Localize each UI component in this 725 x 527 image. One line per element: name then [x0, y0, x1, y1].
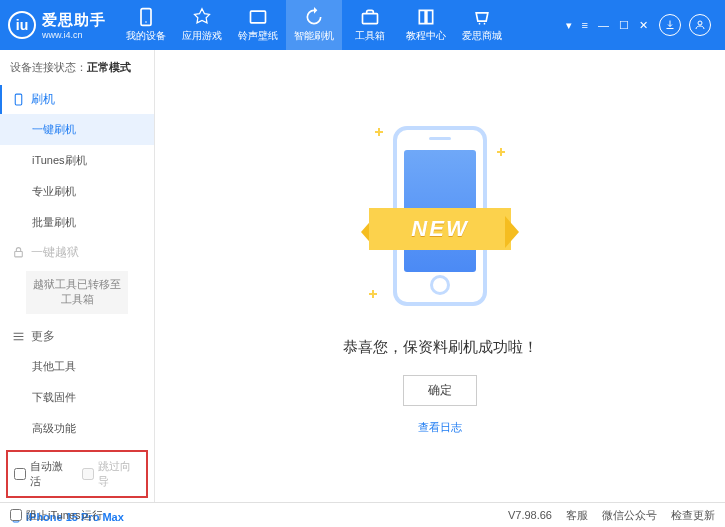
- nav-smart-flash[interactable]: 智能刷机: [286, 0, 342, 50]
- svg-rect-2: [251, 11, 266, 23]
- sidebar-item-batch[interactable]: 批量刷机: [0, 207, 154, 238]
- success-message: 恭喜您，保资料刷机成功啦！: [343, 338, 538, 357]
- dropdown-icon[interactable]: ▾: [563, 19, 575, 32]
- checkbox-auto-activate[interactable]: 自动激活: [14, 459, 72, 489]
- flash-icon: [12, 93, 25, 106]
- app-logo: iu 爱思助手 www.i4.cn: [8, 11, 106, 40]
- svg-point-6: [698, 21, 702, 25]
- checkbox-skip-guide: 跳过向导: [82, 459, 140, 489]
- options-highlight-box: 自动激活 跳过向导: [6, 450, 148, 498]
- sidebar-item-download[interactable]: 下载固件: [0, 382, 154, 413]
- refresh-icon: [304, 7, 324, 27]
- view-log-link[interactable]: 查看日志: [418, 420, 462, 435]
- nav-apps-games[interactable]: 应用游戏: [174, 0, 230, 50]
- menu-icon[interactable]: ≡: [579, 19, 591, 32]
- svg-rect-8: [15, 251, 23, 256]
- sidebar-item-other[interactable]: 其他工具: [0, 351, 154, 382]
- maximize-icon[interactable]: ☐: [616, 19, 632, 32]
- book-icon: [416, 7, 436, 27]
- minimize-icon[interactable]: —: [595, 19, 612, 32]
- more-icon: [12, 330, 25, 343]
- toolbox-icon: [360, 7, 380, 27]
- footer-update[interactable]: 检查更新: [671, 508, 715, 523]
- sidebar-item-itunes[interactable]: iTunes刷机: [0, 145, 154, 176]
- app-title: 爱思助手: [42, 11, 106, 30]
- logo-icon: iu: [8, 11, 36, 39]
- svg-point-1: [145, 21, 147, 23]
- nav-ring-wallpaper[interactable]: 铃声壁纸: [230, 0, 286, 50]
- user-icon: [694, 19, 706, 31]
- svg-point-5: [484, 23, 486, 25]
- download-icon: [664, 19, 676, 31]
- nav-my-device[interactable]: 我的设备: [118, 0, 174, 50]
- lock-icon: [12, 246, 25, 259]
- checkbox-block-itunes[interactable]: 阻止iTunes运行: [10, 508, 103, 523]
- sidebar-item-oneclick[interactable]: 一键刷机: [0, 114, 154, 145]
- success-illustration: NEW: [375, 118, 505, 318]
- svg-point-4: [479, 23, 481, 25]
- connection-status: 设备连接状态：正常模式: [0, 50, 154, 85]
- svg-rect-3: [363, 14, 378, 24]
- user-button[interactable]: [689, 14, 711, 36]
- cart-icon: [472, 7, 492, 27]
- jailbreak-note: 越狱工具已转移至 工具箱: [26, 271, 128, 314]
- section-jailbreak: 一键越狱: [0, 238, 154, 267]
- download-button[interactable]: [659, 14, 681, 36]
- sidebar-item-pro[interactable]: 专业刷机: [0, 176, 154, 207]
- app-icon: [192, 7, 212, 27]
- ok-button[interactable]: 确定: [403, 375, 477, 406]
- phone-icon: [136, 7, 156, 27]
- main-content: NEW 恭喜您，保资料刷机成功啦！ 确定 查看日志: [155, 50, 725, 502]
- footer-service[interactable]: 客服: [566, 508, 588, 523]
- nav-store[interactable]: 爱思商城: [454, 0, 510, 50]
- section-more[interactable]: 更多: [0, 322, 154, 351]
- nav-toolbox[interactable]: 工具箱: [342, 0, 398, 50]
- footer-wechat[interactable]: 微信公众号: [602, 508, 657, 523]
- close-icon[interactable]: ✕: [636, 19, 651, 32]
- version-label: V7.98.66: [508, 509, 552, 521]
- new-ribbon: NEW: [369, 208, 511, 250]
- nav-tutorial[interactable]: 教程中心: [398, 0, 454, 50]
- section-flash[interactable]: 刷机: [0, 85, 154, 114]
- sidebar-item-advanced[interactable]: 高级功能: [0, 413, 154, 444]
- image-icon: [248, 7, 268, 27]
- app-url: www.i4.cn: [42, 30, 106, 40]
- sidebar: 设备连接状态：正常模式 刷机 一键刷机 iTunes刷机 专业刷机 批量刷机 一…: [0, 50, 155, 502]
- svg-rect-7: [15, 94, 22, 105]
